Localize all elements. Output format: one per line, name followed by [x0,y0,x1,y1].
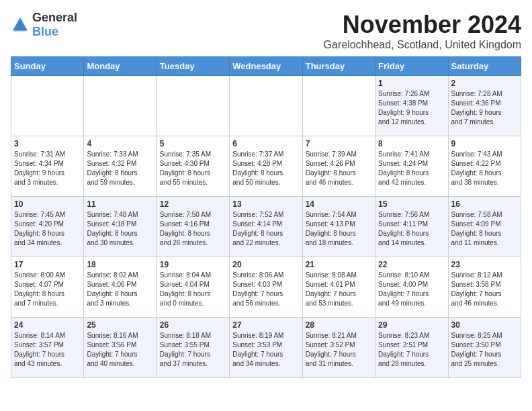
calendar-cell: 3Sunrise: 7:31 AM Sunset: 4:34 PM Daylig… [11,136,84,197]
day-number: 1 [378,79,445,88]
day-number: 25 [87,320,153,330]
day-info: Sunrise: 7:26 AM Sunset: 4:38 PM Dayligh… [378,89,445,127]
day-number: 9 [451,139,518,148]
calendar-cell: 12Sunrise: 7:50 AM Sunset: 4:16 PM Dayli… [157,197,229,257]
day-number: 21 [306,260,372,269]
day-number: 20 [232,260,299,269]
day-number: 6 [232,139,299,148]
day-number: 30 [451,320,518,330]
calendar-cell: 17Sunrise: 8:00 AM Sunset: 4:07 PM Dayli… [11,257,84,318]
calendar-cell: 1Sunrise: 7:26 AM Sunset: 4:38 PM Daylig… [375,76,448,136]
subtitle: Garelochhead, Scotland, United Kingdom [324,39,521,51]
header-day-sunday: Sunday [11,57,84,76]
calendar-cell [230,76,302,136]
week-row-4: 24Sunrise: 8:14 AM Sunset: 3:57 PM Dayli… [11,318,521,378]
header-day-tuesday: Tuesday [157,57,229,76]
calendar-cell: 20Sunrise: 8:06 AM Sunset: 4:03 PM Dayli… [230,257,302,318]
calendar-cell: 22Sunrise: 8:10 AM Sunset: 4:00 PM Dayli… [375,257,448,318]
calendar-cell: 21Sunrise: 8:08 AM Sunset: 4:01 PM Dayli… [302,257,375,318]
calendar-cell [11,76,84,136]
day-info: Sunrise: 7:43 AM Sunset: 4:22 PM Dayligh… [451,150,518,187]
day-info: Sunrise: 7:37 AM Sunset: 4:28 PM Dayligh… [232,150,299,187]
logo-text-general: General [32,11,77,24]
calendar-cell: 9Sunrise: 7:43 AM Sunset: 4:22 PM Daylig… [448,136,521,197]
calendar-cell: 4Sunrise: 7:33 AM Sunset: 4:32 PM Daylig… [84,136,157,197]
logo: General Blue [11,11,77,39]
day-info: Sunrise: 7:48 AM Sunset: 4:18 PM Dayligh… [87,210,153,248]
calendar-header: SundayMondayTuesdayWednesdayThursdayFrid… [11,57,521,76]
day-info: Sunrise: 7:54 AM Sunset: 4:13 PM Dayligh… [306,210,372,248]
calendar-table: SundayMondayTuesdayWednesdayThursdayFrid… [11,56,521,378]
day-info: Sunrise: 8:18 AM Sunset: 3:55 PM Dayligh… [160,331,226,369]
day-number: 12 [160,199,226,209]
day-info: Sunrise: 7:56 AM Sunset: 4:11 PM Dayligh… [378,210,445,248]
logo-icon [11,15,30,34]
day-info: Sunrise: 7:33 AM Sunset: 4:32 PM Dayligh… [87,150,153,187]
calendar-cell: 26Sunrise: 8:18 AM Sunset: 3:55 PM Dayli… [157,318,229,378]
day-number: 16 [451,199,518,209]
day-number: 24 [14,320,81,330]
calendar-cell: 14Sunrise: 7:54 AM Sunset: 4:13 PM Dayli… [302,197,375,257]
day-number: 27 [232,320,299,330]
day-number: 8 [378,139,445,148]
calendar-cell: 10Sunrise: 7:45 AM Sunset: 4:20 PM Dayli… [11,197,84,257]
day-number: 11 [87,199,153,209]
calendar-cell: 28Sunrise: 8:21 AM Sunset: 3:52 PM Dayli… [302,318,375,378]
day-info: Sunrise: 8:00 AM Sunset: 4:07 PM Dayligh… [14,271,81,308]
day-number: 15 [378,199,445,209]
day-number: 19 [160,260,226,269]
day-number: 22 [378,260,445,269]
day-info: Sunrise: 7:58 AM Sunset: 4:09 PM Dayligh… [451,210,518,248]
day-number: 3 [14,139,81,148]
main-title: November 2024 [324,11,521,39]
calendar-cell: 6Sunrise: 7:37 AM Sunset: 4:28 PM Daylig… [230,136,302,197]
week-row-2: 10Sunrise: 7:45 AM Sunset: 4:20 PM Dayli… [11,197,521,257]
title-area: November 2024 Garelochhead, Scotland, Un… [324,11,521,51]
calendar-cell [84,76,157,136]
day-info: Sunrise: 8:16 AM Sunset: 3:56 PM Dayligh… [87,331,153,369]
day-number: 23 [451,260,518,269]
calendar-cell: 29Sunrise: 8:23 AM Sunset: 3:51 PM Dayli… [375,318,448,378]
day-info: Sunrise: 8:04 AM Sunset: 4:04 PM Dayligh… [160,271,226,308]
calendar-cell: 18Sunrise: 8:02 AM Sunset: 4:06 PM Dayli… [84,257,157,318]
day-info: Sunrise: 8:08 AM Sunset: 4:01 PM Dayligh… [306,271,372,308]
day-info: Sunrise: 7:39 AM Sunset: 4:26 PM Dayligh… [306,150,372,187]
calendar-cell: 19Sunrise: 8:04 AM Sunset: 4:04 PM Dayli… [157,257,229,318]
day-number: 4 [87,139,153,148]
day-number: 28 [306,320,372,330]
day-info: Sunrise: 8:25 AM Sunset: 3:50 PM Dayligh… [451,331,518,369]
day-info: Sunrise: 8:19 AM Sunset: 3:53 PM Dayligh… [232,331,299,369]
header-day-monday: Monday [84,57,157,76]
day-info: Sunrise: 7:41 AM Sunset: 4:24 PM Dayligh… [378,150,445,187]
day-info: Sunrise: 7:52 AM Sunset: 4:14 PM Dayligh… [232,210,299,248]
calendar-cell [302,76,375,136]
day-number: 17 [14,260,81,269]
header-day-thursday: Thursday [302,57,375,76]
day-number: 29 [378,320,445,330]
header-day-saturday: Saturday [448,57,521,76]
day-number: 14 [306,199,372,209]
day-info: Sunrise: 8:21 AM Sunset: 3:52 PM Dayligh… [306,331,372,369]
day-number: 5 [160,139,226,148]
day-info: Sunrise: 7:31 AM Sunset: 4:34 PM Dayligh… [14,150,81,187]
calendar-cell [157,76,229,136]
calendar-cell: 25Sunrise: 8:16 AM Sunset: 3:56 PM Dayli… [84,318,157,378]
day-info: Sunrise: 7:45 AM Sunset: 4:20 PM Dayligh… [14,210,81,248]
day-number: 2 [451,79,518,88]
header: General Blue November 2024 Garelochhead,… [11,11,521,51]
logo-text-blue: Blue [32,25,58,38]
day-info: Sunrise: 7:50 AM Sunset: 4:16 PM Dayligh… [160,210,226,248]
calendar-cell: 11Sunrise: 7:48 AM Sunset: 4:18 PM Dayli… [84,197,157,257]
calendar-cell: 24Sunrise: 8:14 AM Sunset: 3:57 PM Dayli… [11,318,84,378]
calendar-cell: 27Sunrise: 8:19 AM Sunset: 3:53 PM Dayli… [230,318,302,378]
day-number: 7 [306,139,372,148]
day-number: 10 [14,199,81,209]
header-day-wednesday: Wednesday [230,57,302,76]
calendar-cell: 30Sunrise: 8:25 AM Sunset: 3:50 PM Dayli… [448,318,521,378]
day-info: Sunrise: 7:28 AM Sunset: 4:36 PM Dayligh… [451,89,518,127]
day-number: 13 [232,199,299,209]
calendar-cell: 2Sunrise: 7:28 AM Sunset: 4:36 PM Daylig… [448,76,521,136]
day-number: 26 [160,320,226,330]
day-info: Sunrise: 7:35 AM Sunset: 4:30 PM Dayligh… [160,150,226,187]
week-row-0: 1Sunrise: 7:26 AM Sunset: 4:38 PM Daylig… [11,76,521,136]
